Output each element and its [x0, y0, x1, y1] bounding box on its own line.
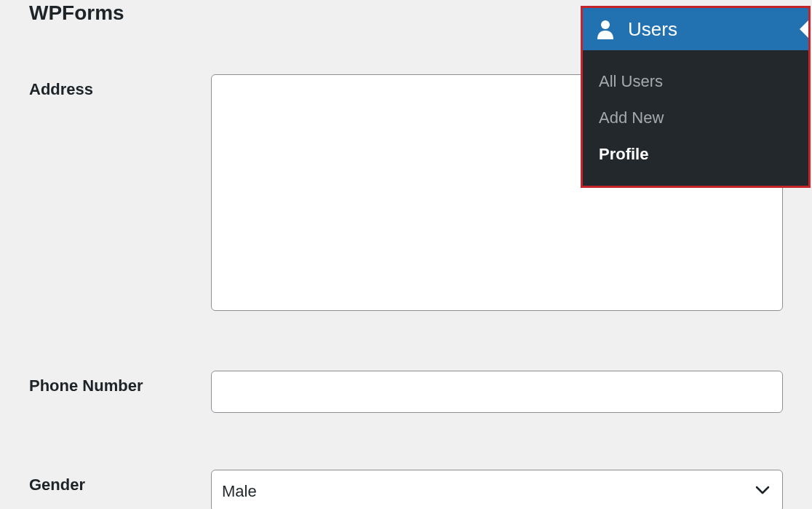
menu-items-list: All Users Add New Profile	[583, 50, 808, 186]
gender-row: Gender Male	[29, 470, 783, 509]
gender-label: Gender	[29, 470, 211, 509]
user-icon	[596, 19, 615, 39]
menu-item-add-new[interactable]: Add New	[583, 100, 808, 136]
menu-arrow-icon	[800, 20, 808, 38]
phone-row: Phone Number	[29, 371, 783, 413]
phone-input[interactable]	[211, 371, 783, 413]
menu-header-users[interactable]: Users	[583, 8, 808, 50]
menu-item-all-users[interactable]: All Users	[583, 63, 808, 100]
gender-input-wrap: Male	[211, 470, 783, 509]
users-admin-menu: Users All Users Add New Profile	[581, 6, 811, 188]
phone-input-wrap	[211, 371, 783, 413]
address-label: Address	[29, 74, 211, 314]
gender-select-wrap: Male	[211, 470, 783, 509]
phone-label: Phone Number	[29, 371, 211, 413]
gender-select[interactable]: Male	[211, 470, 783, 509]
menu-item-profile[interactable]: Profile	[583, 136, 808, 173]
svg-point-0	[601, 20, 610, 29]
menu-header-label: Users	[628, 18, 677, 41]
